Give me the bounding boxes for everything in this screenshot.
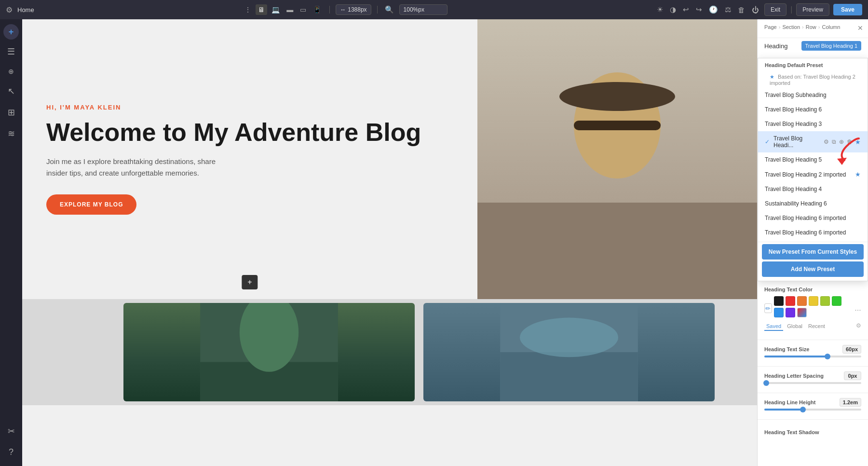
main-layout: + ☰ ⊕ ↖ ⊞ ≋ ✂ ? HI, I'M MAYA KLEIN Welco…: [0, 19, 868, 466]
blog-images-section: [22, 299, 757, 405]
color-swatch-black[interactable]: [774, 296, 784, 306]
trash-icon-btn[interactable]: 🗑: [736, 4, 746, 15]
sidebar-scissors-btn[interactable]: ✂: [4, 422, 19, 440]
separator-exit: |: [790, 5, 792, 14]
save-button[interactable]: Save: [833, 4, 862, 15]
color-tab-saved[interactable]: Saved: [764, 322, 783, 331]
color-swatch-blue[interactable]: [774, 308, 784, 317]
monitor-icon-btn[interactable]: 🖥: [256, 4, 267, 15]
dropdown-item-heading4[interactable]: Travel Blog Heading 4: [758, 182, 868, 196]
color-swatch-yellow[interactable]: [809, 296, 818, 306]
new-preset-from-current-button[interactable]: New Preset From Current Styles: [762, 244, 864, 260]
canvas-area: HI, I'M MAYA KLEIN Welcome to My Adventu…: [22, 19, 757, 466]
dropdown-item-selected[interactable]: ✓ Travel Blog Headi... ⚙ ⧉ ⊕ 🗑 ★: [758, 131, 868, 152]
moon-icon-btn[interactable]: ◑: [668, 4, 678, 15]
text-size-section: Heading Text Size 60px: [758, 340, 868, 366]
color-swatch-green[interactable]: [832, 296, 841, 306]
dropdown-item-default[interactable]: Heading Default Preset: [758, 58, 868, 72]
svg-point-10: [520, 318, 618, 357]
breadcrumb-page[interactable]: Page: [764, 24, 777, 30]
breadcrumb-column[interactable]: Column: [822, 24, 840, 30]
dropdown-divider: [758, 242, 868, 242]
text-size-label: Heading Text Size: [764, 346, 809, 352]
dropdown-item-heading2-imported[interactable]: Travel Blog Heading 2 imported ★: [758, 167, 868, 182]
color-swatch-gradient[interactable]: [797, 308, 807, 317]
preset-selector-button[interactable]: Travel Blog Heading 1: [801, 41, 861, 51]
heading4-label: Travel Blog Heading 4: [765, 186, 822, 192]
color-settings-icon[interactable]: ⚙: [856, 322, 861, 331]
letter-spacing-thumb[interactable]: [763, 380, 769, 386]
sidebar-help-btn[interactable]: ?: [5, 443, 17, 461]
dropdown-item-heading6-imported-2[interactable]: Travel Blog Heading 6 imported: [758, 225, 868, 240]
check-icon: ✓: [765, 138, 770, 145]
sidebar-elements-btn[interactable]: ⊕: [4, 64, 18, 79]
color-swatches-row: [774, 296, 853, 317]
heading5-label: Travel Blog Heading 5: [765, 156, 822, 163]
color-swatch-orange[interactable]: [797, 296, 807, 306]
dropdown-item-heading5[interactable]: Travel Blog Heading 5: [758, 152, 868, 167]
exit-button[interactable]: Exit: [764, 3, 787, 16]
dropdown-item-heading3[interactable]: Travel Blog Heading 3: [758, 117, 868, 131]
settings-action-btn[interactable]: ⚙: [823, 138, 829, 146]
redo-icon-btn[interactable]: ↩: [681, 4, 691, 15]
sidebar-grid-btn[interactable]: ⊞: [4, 103, 19, 122]
dropdown-item-heading6-imported-1[interactable]: Travel Blog Heading 6 imported: [758, 211, 868, 225]
sidebar-menu-btn[interactable]: ≋: [4, 124, 19, 143]
power-icon-btn[interactable]: ⏻: [750, 4, 760, 15]
undo-icon-btn[interactable]: ↪: [694, 4, 704, 15]
color-section-label: Heading Text Color: [764, 287, 861, 292]
mobile-icon-btn[interactable]: 📱: [311, 4, 324, 15]
color-pencil-btn[interactable]: ✏: [764, 303, 772, 313]
tablet-portrait-icon-btn[interactable]: ▭: [298, 4, 309, 15]
color-tab-global[interactable]: Global: [785, 322, 804, 331]
sidebar-layers-btn[interactable]: ☰: [3, 42, 19, 61]
blog-image-1: [123, 303, 415, 401]
search-icon-btn[interactable]: 🔍: [383, 4, 395, 15]
letter-spacing-slider-row: Heading Letter Spacing 0px: [764, 371, 861, 384]
tablet-landscape-icon-btn[interactable]: ▬: [284, 4, 296, 15]
sun-icon-btn[interactable]: ☀: [655, 4, 665, 15]
hero-section: HI, I'M MAYA KLEIN Welcome to My Adventu…: [22, 19, 757, 299]
preview-button[interactable]: Preview: [796, 3, 829, 16]
letter-spacing-label-row: Heading Letter Spacing 0px: [764, 371, 861, 380]
delete-action-btn[interactable]: 🗑: [846, 138, 853, 146]
color-swatch-lime[interactable]: [820, 296, 830, 306]
explore-button[interactable]: EXPLORE MY BLOG: [46, 194, 136, 215]
add-block-button[interactable]: +: [242, 275, 258, 289]
hero-left: HI, I'M MAYA KLEIN Welcome to My Adventu…: [22, 19, 477, 299]
sidebar-add-btn[interactable]: +: [3, 24, 19, 40]
line-height-thumb[interactable]: [800, 407, 806, 412]
line-height-slider-row: Heading Line Height 1.2em: [764, 398, 861, 411]
dropdown-item-subheading[interactable]: Travel Blog Subheading: [758, 88, 868, 102]
heading2-imported-label: Travel Blog Heading 2 imported: [765, 171, 846, 178]
gear-icon-btn[interactable]: ⚙: [6, 5, 13, 14]
breadcrumb-section[interactable]: Section: [782, 24, 800, 30]
desktop-icon-btn[interactable]: ⋮: [242, 4, 254, 15]
add-new-preset-button[interactable]: Add New Preset: [762, 261, 864, 277]
subheading-label: Travel Blog Subheading: [765, 92, 827, 98]
left-sidebar: + ☰ ⊕ ↖ ⊞ ≋ ✂ ?: [0, 19, 22, 466]
text-size-label-row: Heading Text Size 60px: [764, 345, 861, 354]
star-action-icon: ★: [855, 138, 861, 146]
breadcrumb-row[interactable]: Row: [806, 24, 816, 30]
color-tab-recent[interactable]: Recent: [806, 322, 827, 331]
text-size-thumb[interactable]: [825, 354, 830, 359]
top-bar-left: ⚙ Home: [6, 5, 34, 14]
text-shadow-section: Heading Text Shadow: [758, 419, 868, 444]
search-value: 100%px: [404, 6, 424, 13]
sidebar-pointer-btn[interactable]: ↖: [4, 82, 19, 100]
close-panel-button[interactable]: ✕: [857, 24, 863, 32]
color-more-btn[interactable]: …: [854, 304, 861, 312]
color-swatch-red[interactable]: [786, 296, 795, 306]
line-height-label-row: Heading Line Height 1.2em: [764, 398, 861, 407]
laptop-icon-btn[interactable]: 💻: [269, 4, 282, 15]
color-swatch-purple[interactable]: [786, 308, 795, 317]
dropdown-item-sustainability[interactable]: Sustainability Heading 6: [758, 196, 868, 211]
dropdown-item-heading6[interactable]: Travel Blog Heading 6: [758, 102, 868, 117]
line-height-section: Heading Line Height 1.2em: [758, 393, 868, 419]
breadcrumb-sep3: ›: [818, 24, 820, 30]
duplicate-action-btn[interactable]: ⊕: [839, 138, 844, 146]
history-icon-btn[interactable]: 🕐: [707, 4, 719, 15]
sliders-icon-btn[interactable]: ⚖: [723, 4, 732, 15]
copy-action-btn[interactable]: ⧉: [831, 138, 837, 146]
